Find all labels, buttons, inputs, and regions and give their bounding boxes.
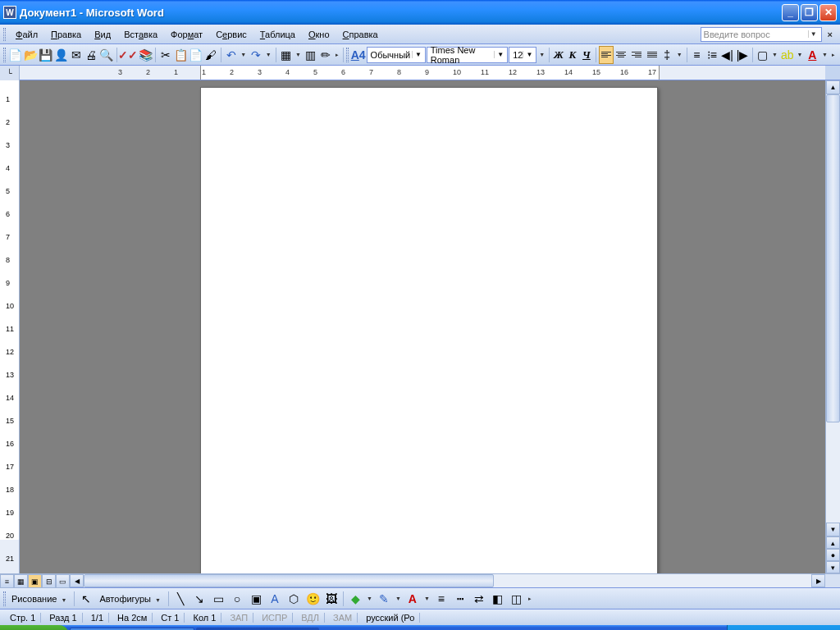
start-button[interactable]: пуск (0, 625, 69, 630)
scroll-left-button[interactable]: ◀ (70, 574, 84, 587)
cut-button[interactable] (158, 46, 173, 64)
close-button[interactable]: ✕ (819, 4, 837, 21)
style-combo[interactable]: Обычный▼ (367, 47, 426, 63)
size-split[interactable]: ▼ (537, 52, 546, 57)
font-dropdown-icon[interactable]: ▼ (494, 51, 504, 58)
outline-view-button[interactable]: ⊟ (42, 574, 56, 588)
select-objects-button[interactable]: ↖ (77, 590, 95, 608)
status-rec[interactable]: ЗАП (225, 613, 253, 623)
wordart-button[interactable]: A (266, 590, 284, 608)
bullet-list-button[interactable]: ⁝≡ (705, 46, 719, 64)
diagram-button[interactable]: ⬡ (285, 590, 303, 608)
picture-button[interactable]: 🖼 (322, 590, 340, 608)
line-color-button[interactable]: ✎ (375, 590, 393, 608)
draw-overflow[interactable]: ▸ (527, 596, 533, 602)
spellcheck-button[interactable]: ✓ (119, 46, 137, 64)
status-ext[interactable]: ВДЛ (296, 613, 325, 623)
help-dropdown-icon[interactable]: ▼ (808, 30, 819, 38)
highlight-button[interactable]: ab (780, 46, 795, 64)
numbered-list-button[interactable]: ≡ (690, 46, 705, 64)
clipart-button[interactable]: 🙂 (304, 590, 322, 608)
line-button[interactable]: ╲ (171, 590, 189, 608)
3d-button[interactable]: ◫ (508, 590, 526, 608)
align-right-button[interactable] (629, 46, 644, 64)
align-center-button[interactable] (614, 46, 629, 64)
save-button[interactable] (39, 46, 53, 64)
menu-format[interactable]: Формат (164, 28, 209, 41)
borders-dropdown[interactable]: ▼ (770, 52, 779, 57)
toolbar-grip-1[interactable] (3, 48, 6, 62)
spacing-dropdown[interactable]: ▼ (675, 52, 684, 57)
research-button[interactable]: 📚 (138, 46, 153, 64)
next-page-button[interactable]: ▾ (826, 561, 840, 573)
textbox-button[interactable]: ▣ (247, 590, 265, 608)
reading-view-button[interactable]: ▭ (56, 574, 70, 588)
menu-insert[interactable]: Вставка (117, 28, 164, 41)
copy-button[interactable] (173, 46, 188, 64)
draw-grip[interactable] (3, 591, 6, 606)
browse-object-button[interactable]: ● (826, 549, 840, 561)
maximize-button[interactable]: ❐ (801, 4, 818, 21)
vertical-ruler[interactable]: 123456789101112131415161718192021 (0, 80, 20, 573)
dash-style-button[interactable]: ┅ (451, 590, 469, 608)
font-color-button[interactable]: A (806, 46, 820, 64)
oval-button[interactable]: ○ (228, 590, 246, 608)
table-dropdown[interactable]: ▼ (294, 52, 303, 57)
page[interactable] (200, 87, 658, 573)
tab-selector[interactable]: └ (0, 66, 20, 80)
status-trk[interactable]: ИСПР (257, 613, 293, 623)
align-justify-button[interactable] (645, 46, 660, 64)
drawing-button[interactable]: ✏ (319, 46, 334, 64)
menu-table[interactable]: Таблица (253, 28, 302, 41)
toolbar-overflow-1[interactable]: ▸ (334, 52, 340, 58)
vscroll-track[interactable] (826, 94, 840, 523)
fontcolor-dropdown[interactable]: ▼ (820, 52, 829, 57)
toolbar-grip-2[interactable] (346, 48, 349, 62)
menu-tools[interactable]: Сервис (209, 28, 253, 41)
outdent-button[interactable]: ◀| (720, 46, 735, 64)
print-button[interactable] (84, 46, 99, 64)
fill-color-button[interactable]: ◆ (346, 590, 364, 608)
normal-view-button[interactable]: ≡ (0, 574, 14, 588)
highlight-dropdown[interactable]: ▼ (796, 52, 805, 57)
align-left-button[interactable] (599, 46, 614, 64)
underline-button[interactable]: Ч (580, 47, 593, 63)
help-search-box[interactable]: Введите вопрос ▼ (701, 27, 822, 42)
toolbar-overflow-2[interactable]: ▸ (830, 52, 837, 58)
line-spacing-button[interactable]: ‡ (660, 46, 674, 64)
size-combo[interactable]: 12▼ (509, 47, 536, 63)
insert-table-button[interactable] (279, 46, 294, 64)
drawing-menu[interactable]: Рисование ▼ (8, 592, 71, 605)
web-view-button[interactable]: ▦ (14, 574, 28, 588)
permission-button[interactable] (53, 46, 68, 64)
undo-button[interactable] (224, 46, 239, 64)
bold-button[interactable]: Ж (552, 47, 565, 63)
paste-button[interactable] (189, 46, 203, 64)
menu-window[interactable]: Окно (302, 28, 336, 41)
style-dropdown-icon[interactable]: ▼ (412, 51, 422, 58)
menubar-grip[interactable] (3, 28, 6, 41)
font-combo[interactable]: Times New Roman▼ (427, 47, 508, 63)
scroll-down-button[interactable]: ▼ (826, 523, 840, 536)
linecolor-dropdown[interactable]: ▼ (394, 596, 403, 601)
fill-dropdown[interactable]: ▼ (365, 596, 374, 601)
vertical-scrollbar[interactable]: ▲ ▼ ▴ ● ▾ (825, 80, 840, 573)
new-doc-button[interactable] (8, 46, 23, 64)
arrow-style-button[interactable]: ⇄ (470, 590, 488, 608)
autoshapes-menu[interactable]: Автофигуры ▼ (96, 592, 166, 605)
arrow-button[interactable]: ↘ (190, 590, 208, 608)
menu-file[interactable]: Файл (9, 28, 44, 41)
styles-pane-button[interactable]: A4 (351, 46, 366, 64)
hscroll-thumb[interactable] (84, 574, 494, 587)
hscroll-track[interactable] (84, 574, 811, 587)
print-preview-button[interactable] (99, 46, 114, 64)
italic-button[interactable]: К (566, 47, 579, 63)
font-color-draw-button[interactable]: A (404, 590, 422, 608)
rectangle-button[interactable]: ▭ (209, 590, 227, 608)
format-painter-button[interactable]: 🖌 (203, 46, 218, 64)
columns-button[interactable]: ▥ (304, 46, 318, 64)
mail-button[interactable]: ✉ (69, 46, 84, 64)
prev-page-button[interactable]: ▴ (826, 536, 840, 549)
size-dropdown-icon[interactable]: ▼ (523, 51, 532, 58)
print-view-button[interactable]: ▣ (28, 574, 42, 588)
